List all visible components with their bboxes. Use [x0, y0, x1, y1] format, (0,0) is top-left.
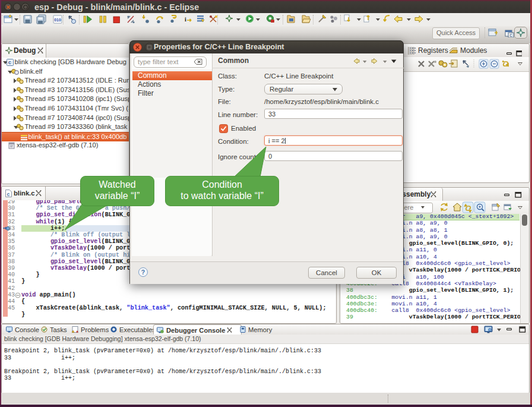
svg-text:c: c [8, 60, 11, 66]
svg-text:?: ? [141, 269, 145, 276]
svg-text:i: i [185, 16, 186, 23]
svg-text:C: C [509, 33, 512, 38]
svg-text:c: c [7, 192, 10, 198]
svg-text:010: 010 [54, 18, 61, 22]
